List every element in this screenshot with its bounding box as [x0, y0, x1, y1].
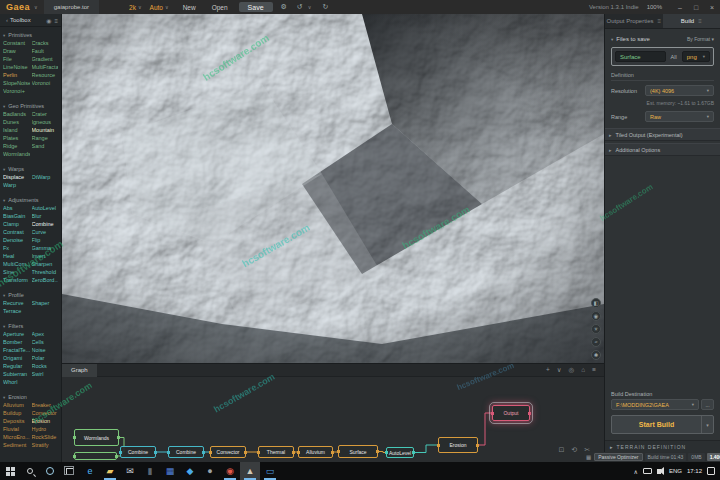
node-port[interactable]	[117, 436, 120, 439]
toolbox-item-threshold[interactable]: Threshold	[32, 269, 59, 276]
toolbox-item-resource[interactable]: Resource	[32, 72, 59, 79]
node-port[interactable]	[297, 451, 300, 454]
toolbox-item-polar[interactable]: Polar	[32, 355, 59, 362]
gaea-logo[interactable]: Gaea	[0, 2, 34, 12]
graph-node-wormlands[interactable]: Wormlands	[74, 429, 119, 446]
node-port[interactable]	[292, 451, 295, 454]
node-port[interactable]	[73, 455, 76, 458]
start-build-button[interactable]: Start Build ▾	[611, 415, 714, 434]
toolbox-item-multifractal[interactable]: MultiFractal	[32, 64, 59, 71]
toolbox-item-bomber[interactable]: Bomber	[3, 339, 30, 346]
toolbox-item-gamma[interactable]: Gamma	[32, 245, 59, 252]
toolbox-item-mountain[interactable]: Mountain	[32, 127, 59, 134]
tiled-output-section[interactable]: ▸ Tiled Output (Experimental)	[605, 128, 720, 141]
toolbox-item-cells[interactable]: Cells	[32, 339, 59, 346]
graph-node-combine[interactable]: Combine	[120, 446, 156, 458]
taskbar-app-file-explorer[interactable]: ▰	[100, 462, 120, 480]
display-mode-icon[interactable]: ◧	[591, 298, 601, 308]
toolbox-item-draw[interactable]: Draw	[3, 48, 30, 55]
node-port[interactable]	[491, 412, 494, 415]
node-port[interactable]	[257, 451, 260, 454]
tray-expand-icon[interactable]: ∧	[634, 468, 638, 475]
toolbox-item-range[interactable]: Range	[32, 135, 59, 142]
toolbox-item-biasgain[interactable]: BiasGain	[3, 213, 30, 220]
toolbox-item-invert[interactable]: Invert	[32, 253, 59, 260]
graph-node-partial[interactable]	[74, 452, 117, 460]
toolbox-item-deposits[interactable]: Deposits	[3, 418, 30, 425]
toolbox-item-sine[interactable]: Sine	[3, 269, 30, 276]
taskbar-app-security[interactable]: ◆	[180, 462, 200, 480]
touch-keyboard-icon[interactable]	[643, 468, 652, 474]
taskbar-app-mail[interactable]: ✉	[120, 462, 140, 480]
toolbox-item-dunes[interactable]: Dunes	[3, 119, 30, 126]
new-button[interactable]: New	[175, 4, 204, 11]
toolbox-item-abs[interactable]: Abs	[3, 205, 30, 212]
toolbox-item-swirl[interactable]: Swirl	[32, 371, 59, 378]
toolbox-item-curve[interactable]: Curve	[32, 229, 59, 236]
taskbar-app-monitor-app[interactable]: ▭	[260, 462, 280, 480]
toolbox-item-file[interactable]: File	[3, 56, 30, 63]
toolbox-item-blur[interactable]: Blur	[32, 213, 59, 220]
fit-view-icon[interactable]: ⊡	[558, 446, 564, 454]
toolbox-item-combine[interactable]: Combine	[32, 221, 59, 228]
task-view-button[interactable]	[60, 462, 80, 480]
chevron-down-icon[interactable]: ∨	[557, 366, 562, 374]
toolbox-item-island[interactable]: Island	[3, 127, 30, 134]
node-port[interactable]	[331, 451, 334, 454]
toolbox-item-transform[interactable]: Transform	[3, 277, 30, 284]
open-button[interactable]: Open	[204, 4, 236, 11]
sort-by-format-dropdown[interactable]: By Format ▾	[687, 36, 714, 42]
toolbox-item-noise[interactable]: Noise	[32, 347, 59, 354]
toolbox-item-flip[interactable]: Flip	[32, 237, 59, 244]
chevron-down-icon[interactable]: ▾	[3, 104, 5, 109]
toolbox-item-warp[interactable]: Warp	[3, 182, 30, 189]
window-minimize-button[interactable]: –	[672, 4, 688, 11]
chevron-down-icon[interactable]: ▾	[3, 198, 5, 203]
save-button[interactable]: Save	[239, 2, 273, 12]
node-port[interactable]	[412, 451, 415, 454]
redo-icon[interactable]: ↻	[317, 3, 333, 11]
chevron-down-icon[interactable]: ▾	[3, 395, 5, 400]
graph-node-convector[interactable]: Convector	[210, 446, 246, 458]
chevron-down-icon[interactable]: ▾	[3, 324, 5, 329]
tab-output-properties[interactable]: Output Properties ≡	[605, 14, 663, 28]
graph-node-output[interactable]: Output	[492, 405, 530, 421]
node-port[interactable]	[115, 455, 118, 458]
toolbox-item-shaper[interactable]: Shaper	[32, 300, 59, 307]
cortana-button[interactable]	[40, 462, 60, 480]
chevron-down-icon[interactable]: ▾	[3, 293, 5, 298]
toolbox-item-otwarp[interactable]: OtWarp	[32, 174, 59, 181]
toolbox-item-apex[interactable]: Apex	[32, 331, 59, 338]
toolbox-item-buildup[interactable]: Buildup	[3, 410, 30, 417]
search-button[interactable]	[20, 462, 40, 480]
toolbox-item-voronoi[interactable]: Voronoi	[32, 80, 59, 87]
toolbox-item-aperture[interactable]: Aperture	[3, 331, 30, 338]
node-port[interactable]	[385, 451, 388, 454]
additional-options-section[interactable]: ▸ Additional Options	[605, 143, 720, 156]
taskbar-app-edge[interactable]: e	[80, 462, 100, 480]
toolbox-item-autolevel[interactable]: AutoLevel	[32, 205, 59, 212]
graph-node-combine[interactable]: Combine	[168, 446, 204, 458]
resolution-dropdown[interactable]: (4K) 4096▾	[645, 85, 714, 96]
speaker-icon[interactable]	[657, 469, 661, 474]
node-port[interactable]	[528, 412, 531, 415]
toolbox-item-heal[interactable]: Heal	[3, 253, 30, 260]
toolbox-item-plates[interactable]: Plates	[3, 135, 30, 142]
toolbox-item-hydro[interactable]: Hydro	[32, 426, 59, 433]
menu-icon[interactable]: ≡	[592, 366, 596, 374]
node-port[interactable]	[119, 451, 122, 454]
toolbox-item-recurve[interactable]: Recurve	[3, 300, 30, 307]
toolbox-item-linenoise[interactable]: LineNoise	[3, 64, 30, 71]
tab-graph[interactable]: Graph	[62, 364, 97, 377]
toolbox-item-gradient[interactable]: Gradient	[32, 56, 59, 63]
toolbox-item-convector[interactable]: Convector	[32, 410, 59, 417]
preview-resolution-dropdown[interactable]: 2k	[129, 4, 136, 11]
graph-node-alluvium[interactable]: Alluvium	[298, 446, 333, 458]
locate-icon[interactable]: ◎	[569, 366, 575, 374]
node-port[interactable]	[376, 450, 379, 453]
toolbox-item-voronoi-[interactable]: Voronoi+	[3, 88, 30, 95]
camera-icon[interactable]: ◉	[591, 311, 601, 321]
browse-button[interactable]: ...	[701, 399, 714, 410]
output-name-field[interactable]: Surface	[615, 51, 666, 62]
toolbox-item-fault[interactable]: Fault	[32, 48, 59, 55]
